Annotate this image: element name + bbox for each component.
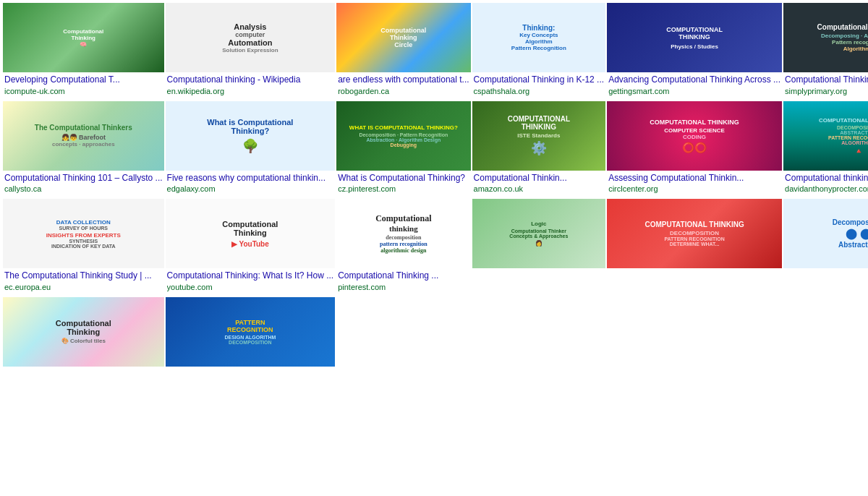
image-grid: ComputationalThinking🧠 Developing Comput…: [0, 0, 868, 377]
card-r3c1-title: Assessing Computational Thinkin...: [608, 173, 780, 184]
card-r1c3-title: are endless with computational t...: [338, 74, 469, 86]
card-r4c4[interactable]: Computational Thinking 🎨 Colorful tiles: [3, 297, 164, 374]
card-r3c3-info: The Computational Thinking Study | ... e…: [3, 268, 164, 296]
card-r1c2-domain: en.wikipedia.org: [167, 87, 334, 95]
card-r1c1-info: Developing Computational T... icompute-u…: [3, 72, 164, 100]
card-r2c1-info: Computational Thinking ... simplyprimary…: [783, 72, 868, 100]
card-r3c1[interactable]: COMPUTATIONAL THINKING COMPUTER SCIENCE …: [607, 101, 782, 198]
card-r2c2-title: Computational Thinking 101 – Callysto ..…: [4, 173, 163, 184]
card-r1c1[interactable]: ComputationalThinking🧠 Developing Comput…: [3, 3, 164, 100]
card-r3c2[interactable]: COMPUTATIONAL THINKING DECOMPOSITION ABS…: [783, 101, 868, 198]
card-r3c4-domain: youtube.com: [167, 283, 334, 291]
card-r3c3-domain: ec.europa.eu: [4, 283, 163, 291]
card-r4c5-info: [166, 367, 336, 374]
card-r1c4-info: Computational Thinking in K-12 ... cspat…: [472, 72, 606, 100]
card-r2c4[interactable]: WHAT IS COMPUTATIONAL THINKING? Decompos…: [336, 101, 470, 198]
card-r2c2[interactable]: The Computational Thinkers 👧👦 Barefoot c…: [3, 101, 164, 198]
card-r3c2-info: Computational thinking – some nice ... d…: [783, 171, 868, 198]
card-r2c3[interactable]: What is Computational Thinking? 🌳 Five r…: [166, 101, 336, 198]
card-r3c5[interactable]: Computational thinking decomposition pat…: [336, 199, 470, 296]
card-r3c4-title: Computational Thinking: What Is It? How …: [167, 270, 334, 282]
card-r2c2-domain: callysto.ca: [4, 184, 163, 193]
card-r4c2[interactable]: COMPUTATIONAL THINKING DECOMPOSITION PAT…: [607, 199, 782, 296]
card-r1c5[interactable]: COMPUTATIONAL THINKING Physics / Studies…: [607, 3, 782, 100]
card-r1c2-title: Computational thinking - Wikipedia: [167, 74, 334, 86]
card-r3c2-title: Computational thinking – some nice ...: [785, 173, 868, 184]
card-r1c3[interactable]: ComputationalThinkingCircle are endless …: [336, 3, 470, 100]
card-r2c2-info: Computational Thinking 101 – Callysto ..…: [3, 171, 164, 198]
card-r4c4-info: [3, 367, 164, 374]
card-r3c5-title: Computational Thinking ...: [338, 270, 469, 282]
card-r2c4-domain: cz.pinterest.com: [338, 184, 469, 193]
card-r2c5[interactable]: COMPUTATIONAL THINKING ISTE Standards ⚙️…: [472, 101, 606, 198]
card-r2c4-info: What is Computational Thinking? cz.pinte…: [336, 171, 470, 198]
card-r4c1-info: [472, 268, 606, 275]
card-r1c4-domain: cspathshala.org: [474, 87, 605, 95]
card-r3c1-info: Assessing Computational Thinkin... circl…: [607, 171, 782, 198]
card-r3c3[interactable]: DATA COLLECTION SURVEY OF HOURS INSIGHTS…: [3, 199, 164, 296]
card-r3c4[interactable]: Computational Thinking ▶ YouTube Computa…: [166, 199, 336, 296]
card-r2c1-title: Computational Thinking ...: [785, 74, 868, 86]
card-r3c3-title: The Computational Thinking Study | ...: [4, 270, 163, 282]
card-r4c5[interactable]: PATTERN RECOGNITION DESIGN ALGORITHM DEC…: [166, 297, 336, 374]
card-r2c3-domain: edgalaxy.com: [167, 184, 334, 193]
card-r2c5-title: Computational Thinkin...: [474, 173, 605, 184]
card-r1c1-title: Developing Computational T...: [4, 74, 163, 86]
card-r1c4[interactable]: Thinking: Key Concepts Algorithm Pattern…: [472, 3, 606, 100]
card-r2c5-info: Computational Thinkin... amazon.co.uk: [472, 171, 606, 198]
card-r4c3[interactable]: Decomposition ⬤ ⬤ Abstraction: [783, 199, 868, 296]
card-r4c1[interactable]: Logic Computational Thinker Concepts & A…: [472, 199, 606, 296]
card-r1c1-domain: icompute-uk.com: [4, 87, 163, 95]
card-r1c4-title: Computational Thinking in K-12 ...: [474, 74, 605, 86]
card-r3c1-domain: circlcenter.org: [608, 184, 780, 193]
card-r3c5-info: Computational Thinking ... pinterest.com: [336, 268, 470, 296]
card-r3c4-info: Computational Thinking: What Is It? How …: [166, 268, 336, 296]
card-r2c1-domain: simplyprimary.org: [785, 87, 868, 95]
card-r2c3-title: Five reasons why computational thinkin..…: [167, 173, 334, 184]
card-r3c2-domain: davidanthonyprocter.com: [785, 184, 868, 193]
card-r1c5-title: Advancing Computational Thinking Across …: [608, 74, 780, 86]
card-r1c3-info: are endless with computational t... robo…: [336, 72, 470, 100]
card-r1c2[interactable]: Analysis computer Automation Solution Ex…: [166, 3, 336, 100]
card-r1c5-domain: gettingsmart.com: [608, 87, 780, 95]
card-r4c2-info: [607, 268, 782, 275]
card-r1c2-info: Computational thinking - Wikipedia en.wi…: [166, 72, 336, 100]
card-r1c5-info: Advancing Computational Thinking Across …: [607, 72, 782, 100]
card-r4c3-info: [783, 268, 868, 275]
card-r3c5-domain: pinterest.com: [338, 283, 469, 291]
card-r2c5-domain: amazon.co.uk: [474, 184, 605, 193]
card-r2c4-title: What is Computational Thinking?: [338, 173, 469, 184]
card-r1c3-domain: robogarden.ca: [338, 87, 469, 95]
card-r2c1[interactable]: Computational Thinking Decomposing · Abs…: [783, 3, 868, 100]
card-r2c3-info: Five reasons why computational thinkin..…: [166, 171, 336, 198]
